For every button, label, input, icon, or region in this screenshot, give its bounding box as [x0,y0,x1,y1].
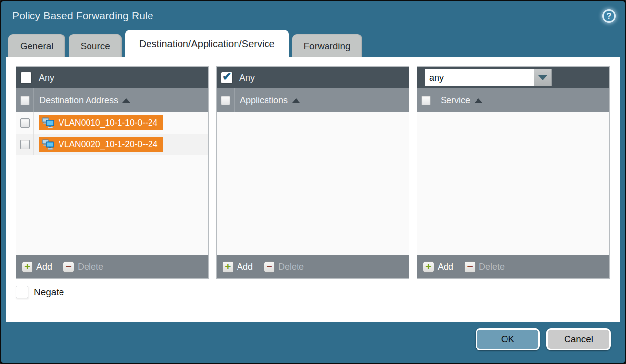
destination-address-column-header[interactable]: Destination Address [16,88,208,112]
destination-address-list: VLAN0010_10-1-10-0--24 [16,112,208,255]
add-icon: + [423,261,434,273]
applications-column-header[interactable]: Applications [217,88,409,112]
destination-header-label: Destination Address [39,95,118,106]
delete-button[interactable]: − Delete [63,261,103,273]
network-address-icon [42,117,55,129]
destination-any-bar: Any [16,67,208,88]
destination-header-checkbox-cell [16,88,34,112]
network-address-icon [42,139,55,150]
delete-button[interactable]: − Delete [264,261,304,273]
row-checkbox-cell [16,134,34,155]
applications-any-bar: Any [217,67,409,88]
tab-source[interactable]: Source [69,34,122,57]
sort-ascending-icon [292,98,300,103]
negate-label: Negate [34,287,64,298]
destination-any-checkbox[interactable] [21,72,31,83]
service-column: Service + Add − Delete [417,66,610,279]
delete-button[interactable]: − Delete [464,261,505,273]
delete-button-label: Delete [78,262,103,272]
table-row[interactable]: VLAN0020_10-1-20-0--24 [16,134,208,155]
applications-select-all-checkbox[interactable] [221,96,230,105]
service-select-all-checkbox[interactable] [421,96,431,105]
delete-icon: − [264,261,275,273]
address-object-badge[interactable]: VLAN0020_10-1-20-0--24 [39,137,163,152]
row-checkbox[interactable] [20,140,30,149]
ok-button[interactable]: OK [476,328,540,350]
destination-any-label: Any [39,73,54,83]
service-list [417,112,609,255]
service-dropdown-button[interactable] [534,69,552,86]
cancel-button[interactable]: Cancel [546,328,611,350]
tab-general[interactable]: General [8,34,65,57]
add-icon: + [222,261,234,273]
add-icon: + [22,261,33,273]
service-header-label: Service [441,95,470,106]
tab-forwarding[interactable]: Forwarding [292,34,362,57]
applications-header-label: Applications [240,95,288,106]
delete-button-label: Delete [278,262,304,272]
sort-ascending-icon [122,98,130,103]
chevron-down-icon [538,75,547,80]
table-row[interactable]: VLAN0010_10-1-10-0--24 [16,112,208,134]
dialog-footer: OK Cancel [1,322,625,363]
delete-icon: − [63,261,74,273]
add-button-label: Add [237,262,253,272]
applications-column: Any Applications + Add − [216,66,409,279]
delete-icon: − [464,261,476,273]
tab-destination-application-service[interactable]: Destination/Application/Service [125,30,289,57]
destination-footer-toolbar: + Add − Delete [16,255,208,278]
policy-based-forwarding-rule-dialog: Policy Based Forwarding Rule ? General S… [0,0,626,364]
add-button[interactable]: + Add [423,261,453,273]
help-icon[interactable]: ? [602,9,616,23]
applications-footer-toolbar: + Add − Delete [217,255,409,278]
destination-select-all-checkbox[interactable] [20,96,30,105]
columns-container: Any Destination Address [16,66,610,279]
sort-ascending-icon [475,98,482,103]
address-object-badge[interactable]: VLAN0010_10-1-10-0--24 [39,115,163,130]
tab-bar: General Source Destination/Application/S… [1,30,625,57]
service-any-bar [417,67,609,88]
applications-header-checkbox-cell [217,88,235,112]
negate-checkbox[interactable] [16,286,28,298]
applications-list [217,112,409,255]
service-dropdown[interactable] [425,69,552,86]
applications-any-label: Any [239,73,255,83]
add-button-label: Add [36,262,52,272]
dialog-title: Policy Based Forwarding Rule [12,10,153,22]
dialog-titlebar: Policy Based Forwarding Rule ? [1,1,625,30]
service-dropdown-input[interactable] [425,69,534,86]
add-button-label: Add [438,262,453,272]
row-checkbox-cell [16,112,34,134]
row-checkbox[interactable] [20,118,30,128]
address-object-name: VLAN0010_10-1-10-0--24 [59,118,157,128]
delete-button-label: Delete [479,262,505,272]
add-button[interactable]: + Add [222,261,253,273]
destination-address-column: Any Destination Address [16,66,209,279]
tab-content: Any Destination Address [6,57,620,322]
address-object-name: VLAN0020_10-1-20-0--24 [59,140,157,150]
applications-any-checkbox[interactable] [221,72,232,83]
add-button[interactable]: + Add [22,261,52,273]
service-footer-toolbar: + Add − Delete [417,255,609,278]
service-header-checkbox-cell [417,88,435,112]
service-column-header[interactable]: Service [417,88,609,112]
negate-row: Negate [16,286,610,298]
